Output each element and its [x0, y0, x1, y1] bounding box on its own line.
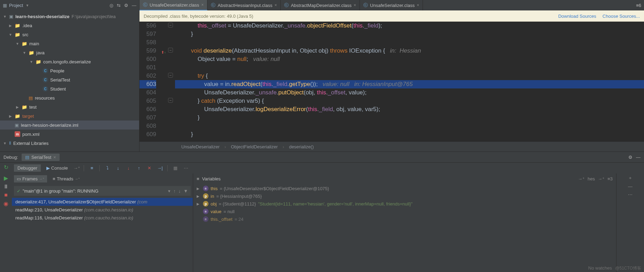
filter-icon[interactable]: ▼ — [183, 188, 188, 194]
download-sources-link[interactable]: Download Sources — [558, 14, 596, 19]
project-title[interactable]: Project — [9, 3, 23, 8]
chevron-down-icon[interactable]: ▼ — [25, 3, 29, 7]
tree-package[interactable]: 📁 com.longofo.deserialize — [0, 57, 139, 66]
frame-row[interactable]: readMap:116, UnsafeDeserializer (com.cau… — [12, 214, 193, 222]
pin-icon[interactable]: →⁺ — [578, 176, 585, 181]
crumb-method[interactable]: deserialize() — [289, 144, 314, 149]
tree-root[interactable]: ▣ learn-hession-deserialize F:\java\java… — [0, 12, 139, 21]
tab-abstract-map-deserializer[interactable]: ⓒ AbstractMapDeserializer.class × — [281, 0, 360, 10]
pin-icon[interactable]: →⁺ — [73, 165, 80, 171]
tab-unsafe-deserializer[interactable]: ⓒ UnsafeDeserializer.class × — [139, 0, 207, 10]
tree-file-pom[interactable]: m pom.xml — [0, 130, 139, 139]
frame-row[interactable]: readMap:210, UnsafeDeserializer (com.cau… — [12, 206, 193, 214]
chevron-right-icon[interactable]: ▶ — [197, 194, 201, 198]
chevron-right-icon[interactable] — [8, 24, 13, 28]
step-out-icon[interactable]: ↑ — [135, 164, 143, 172]
chevron-down-icon[interactable] — [8, 33, 13, 37]
var-row-obj[interactable]: ▶ p obj = {Student@1112} "Student{id=111… — [193, 200, 616, 208]
add-watch-icon[interactable]: ＋ — [628, 175, 632, 181]
var-row-offset[interactable]: ≡ this._offset = 24 — [193, 215, 616, 223]
crumb-class[interactable]: UnsafeDeserializer — [181, 144, 220, 149]
choose-sources-link[interactable]: Choose Sources... — [603, 14, 640, 19]
gutter-marks: ⬆↑ — [160, 22, 168, 142]
dropdown-icon[interactable]: ▾ — [168, 188, 171, 194]
show-execution-icon[interactable]: ≡ — [88, 164, 96, 172]
drop-frame-icon[interactable]: ✕ — [145, 164, 153, 172]
pin-icon[interactable]: →⁺ — [75, 177, 80, 181]
rerun-icon[interactable]: ↻ — [4, 164, 8, 171]
chevron-right-icon[interactable]: ▶ — [197, 187, 201, 191]
force-step-into-icon[interactable]: ↓ — [124, 164, 132, 172]
resume-icon[interactable]: ▶ — [4, 175, 8, 181]
chevron-right-icon[interactable] — [15, 105, 20, 109]
more-icon[interactable]: ⋯ — [628, 192, 632, 197]
tree-class-student[interactable]: C Student — [0, 84, 139, 93]
minimize-icon[interactable]: — — [132, 3, 136, 8]
tree-external-libs[interactable]: ⫴ External Libraries — [0, 139, 139, 148]
chevron-right-icon[interactable]: ▶ — [197, 202, 201, 206]
breakpoints-icon[interactable]: ◉ — [3, 200, 8, 207]
fold-icon[interactable]: – — [168, 23, 173, 28]
evaluate-icon[interactable]: ▦ — [171, 164, 180, 172]
hes-label[interactable]: hes — [588, 176, 595, 181]
crumb-inner[interactable]: ObjectFieldDeserializer — [231, 144, 278, 149]
tree-folder-target[interactable]: 📁 target — [0, 111, 139, 121]
pause-icon[interactable]: ⏸ — [3, 184, 9, 190]
console-tab[interactable]: ▶ Console — [43, 164, 71, 172]
fold-icon[interactable]: – — [168, 48, 173, 53]
tree-class-people[interactable]: C People — [0, 66, 139, 75]
close-icon[interactable]: × — [417, 3, 419, 8]
tab-unsafe-serializer[interactable]: ⓒ UnsafeSerializer.class × — [360, 0, 423, 10]
close-icon[interactable]: × — [354, 3, 356, 8]
tree-folder-src[interactable]: 📁 src — [0, 30, 139, 39]
var-row-value[interactable]: ≡ value = null — [193, 208, 616, 215]
trace-icon[interactable]: ⋯ — [182, 164, 190, 172]
debug-run-tab[interactable]: ▤ SerialTest × — [22, 154, 60, 161]
frame-row[interactable]: deserialize:417, UnsafeDeserializer$Obje… — [12, 198, 193, 206]
debugger-tab[interactable]: Debugger — [14, 164, 41, 172]
chevron-down-icon[interactable] — [22, 51, 26, 55]
code-editor[interactable]: 5965975985996006016026036046056066076086… — [139, 22, 644, 142]
fold-icon[interactable]: – — [168, 73, 173, 78]
gear-icon[interactable]: ⚙ — [628, 155, 632, 160]
tree-folder-resources[interactable]: ▤ resources — [0, 93, 139, 102]
tree-class-serialtest[interactable]: C SerialTest — [0, 75, 139, 84]
var-row-this[interactable]: ▶ ≡ this = {UnsafeDeserializer$ObjectFie… — [193, 185, 616, 192]
target-icon[interactable]: ◎ — [109, 3, 113, 8]
step-into-icon[interactable]: ↓ — [114, 164, 122, 172]
tree-folder-java[interactable]: 📁 java — [0, 48, 139, 57]
close-icon[interactable]: × — [53, 155, 56, 160]
frames-tab[interactable]: ▭ Frames →⁺ — [14, 175, 47, 182]
close-icon[interactable]: × — [201, 2, 204, 7]
chevron-down-icon[interactable] — [3, 141, 7, 145]
threads-tab[interactable]: ≡ Threads →⁺ — [50, 175, 83, 182]
gear-icon[interactable]: ⚙ — [124, 3, 128, 8]
stop-icon[interactable]: ■ — [4, 192, 8, 198]
close-icon[interactable]: × — [274, 3, 277, 8]
pin-icon[interactable]: →⁺ — [598, 176, 605, 181]
pin-icon[interactable]: →⁺ — [39, 177, 44, 181]
prev-icon[interactable]: ↑ — [173, 188, 176, 194]
code-lines[interactable]: this._offset = UnsafeDeserializer._unsaf… — [175, 22, 644, 142]
tree-file-iml[interactable]: ▣ learn-hession-deserialize.iml — [0, 121, 139, 130]
run-to-cursor-icon[interactable]: →| — [156, 164, 164, 172]
var-row-in[interactable]: ▶ p in = {HessianInput@765} — [193, 192, 616, 200]
minimize-icon[interactable]: — — [636, 155, 641, 160]
collapse-icon[interactable]: ⇆ — [117, 3, 121, 8]
fold-icon[interactable]: – — [168, 98, 173, 103]
thread-selector[interactable]: ✓ "main"@1 in group "main": RUNNING ▾ ↑ … — [14, 186, 191, 196]
chevron-down-icon[interactable] — [15, 42, 20, 46]
next-icon[interactable]: ↓ — [179, 188, 181, 194]
remove-watch-icon[interactable]: — — [628, 184, 632, 189]
tree-folder-idea[interactable]: 📁 .idea — [0, 21, 139, 30]
tree-folder-test[interactable]: 📁 test — [0, 102, 139, 111]
chevron-down-icon[interactable] — [29, 60, 33, 64]
layout-label[interactable]: ≡3 — [607, 176, 613, 181]
tab-overflow[interactable]: ≡6 — [633, 0, 644, 10]
tree-folder-main[interactable]: 📁 main — [0, 39, 139, 48]
tab-abstract-hessian-input[interactable]: ⓒ AbstractHessianInput.class × — [207, 0, 281, 10]
step-over-icon[interactable]: ⤵ — [103, 164, 112, 172]
chevron-down-icon[interactable] — [3, 15, 7, 18]
chevron-right-icon[interactable] — [8, 114, 13, 118]
override-icon[interactable]: ⬆↑ — [161, 48, 166, 57]
